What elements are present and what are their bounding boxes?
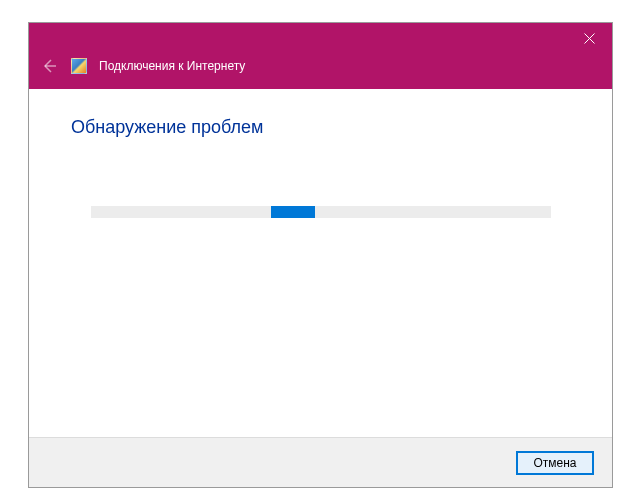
progress-bar xyxy=(91,206,551,218)
close-icon xyxy=(584,33,595,44)
footer: Отмена xyxy=(29,437,612,487)
cancel-button[interactable]: Отмена xyxy=(516,451,594,475)
wizard-header: Подключения к Интернету xyxy=(29,53,612,89)
close-button[interactable] xyxy=(566,23,612,53)
back-button[interactable] xyxy=(39,56,59,76)
page-heading: Обнаружение проблем xyxy=(71,117,570,138)
titlebar xyxy=(29,23,612,53)
wizard-title: Подключения к Интернету xyxy=(99,59,245,73)
troubleshooter-window: Подключения к Интернету Обнаружение проб… xyxy=(28,22,613,488)
progress-indicator xyxy=(271,206,315,218)
content-area: Обнаружение проблем xyxy=(29,89,612,437)
back-arrow-icon xyxy=(41,58,57,74)
troubleshooter-icon xyxy=(71,58,87,74)
